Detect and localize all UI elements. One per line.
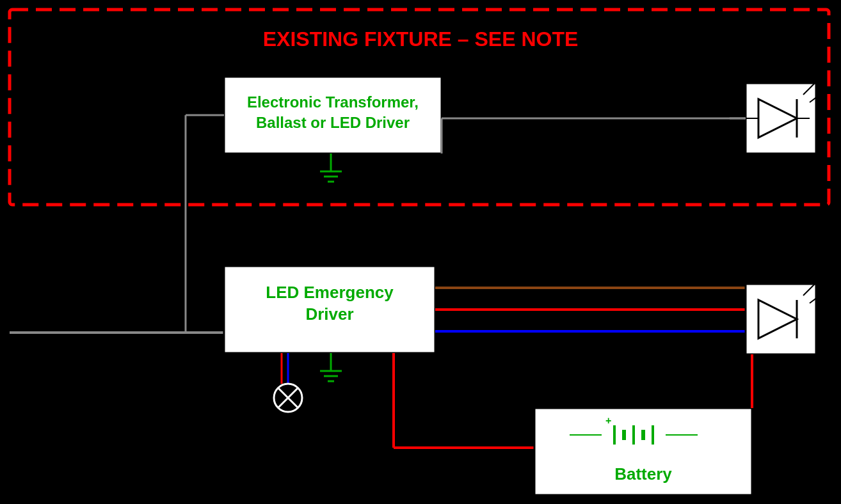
svg-text:Electronic Transformer,: Electronic Transformer, <box>247 93 419 111</box>
svg-text:Driver: Driver <box>305 304 353 324</box>
svg-text:Battery: Battery <box>614 464 672 484</box>
svg-rect-29 <box>746 284 816 354</box>
circuit-diagram: EXISTING FIXTURE – SEE NOTE Electronic T… <box>0 0 841 504</box>
existing-fixture-label: EXISTING FIXTURE – SEE NOTE <box>263 28 579 51</box>
svg-text:Ballast or LED Driver: Ballast or LED Driver <box>256 114 410 131</box>
svg-text:LED Emergency: LED Emergency <box>266 283 394 302</box>
svg-text:+: + <box>605 415 611 426</box>
